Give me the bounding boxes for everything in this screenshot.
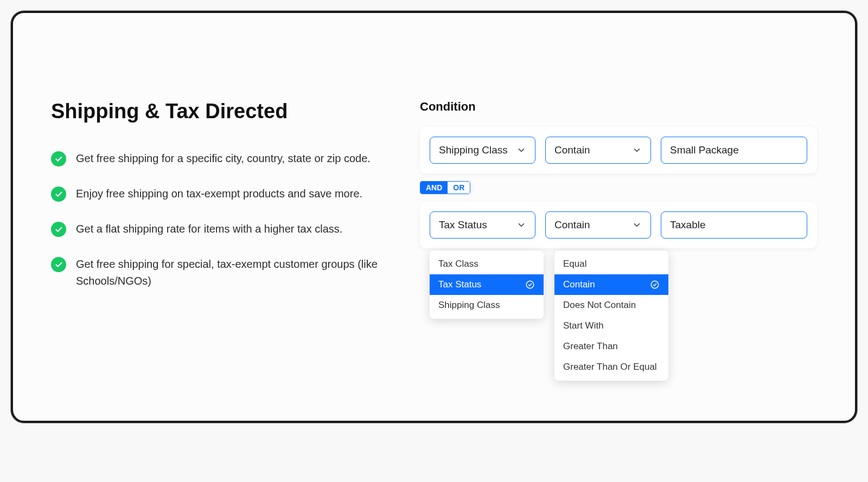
value-input[interactable]: Taxable xyxy=(661,211,807,239)
list-item: Get free shipping for a specific city, c… xyxy=(51,150,387,167)
condition-heading: Condition xyxy=(420,100,817,114)
option-label: Start With xyxy=(563,320,604,331)
logic-toggle[interactable]: AND OR xyxy=(420,181,470,194)
check-icon xyxy=(51,222,66,237)
logic-or[interactable]: OR xyxy=(448,182,470,194)
chevron-down-icon xyxy=(516,145,526,155)
dropdown-option-shipping-class[interactable]: Shipping Class xyxy=(430,295,544,316)
option-label: Equal xyxy=(563,259,586,269)
list-item: Enjoy free shipping on tax-exempt produc… xyxy=(51,185,387,202)
feature-text: Get free shipping for special, tax-exemp… xyxy=(76,256,387,290)
dropdown-option-tax-status[interactable]: Tax Status xyxy=(430,274,544,295)
feature-list: Get free shipping for a specific city, c… xyxy=(51,150,387,290)
value-input-text: Taxable xyxy=(670,219,706,231)
condition-row-2: Tax Status Contain Taxable xyxy=(420,202,817,248)
operator-select-value: Contain xyxy=(554,219,590,231)
field-select[interactable]: Shipping Class xyxy=(430,137,535,164)
option-label: Tax Status xyxy=(438,279,481,290)
option-label: Greater Than xyxy=(563,341,618,352)
dropdown-option-equal[interactable]: Equal xyxy=(554,254,668,274)
field-select-value: Tax Status xyxy=(439,219,487,231)
field-select[interactable]: Tax Status xyxy=(430,211,535,239)
logic-and[interactable]: AND xyxy=(420,182,448,194)
field-select-value: Shipping Class xyxy=(439,144,508,156)
dropdown-option-greater-than[interactable]: Greater Than xyxy=(554,336,668,357)
svg-point-0 xyxy=(526,281,534,288)
dropdown-option-tax-class[interactable]: Tax Class xyxy=(430,254,544,274)
chevron-down-icon xyxy=(632,220,642,230)
check-icon xyxy=(51,151,66,166)
dropdown-option-contain[interactable]: Contain xyxy=(554,274,668,295)
value-input[interactable]: Small Package xyxy=(661,137,807,164)
chevron-down-icon xyxy=(516,220,526,230)
page-title: Shipping & Tax Directed xyxy=(51,100,387,123)
svg-point-1 xyxy=(651,281,659,288)
dropdown-option-start-with[interactable]: Start With xyxy=(554,316,668,336)
option-label: Does Not Contain xyxy=(563,300,636,311)
right-column: Condition Shipping Class Contain Small P… xyxy=(420,100,817,248)
feature-text: Get free shipping for a specific city, c… xyxy=(76,150,371,167)
feature-text: Enjoy free shipping on tax-exempt produc… xyxy=(76,185,362,202)
chevron-down-icon xyxy=(632,145,642,155)
condition-row-1: Shipping Class Contain Small Package xyxy=(420,127,817,173)
dropdown-option-greater-than-or-equal[interactable]: Greater Than Or Equal xyxy=(554,357,668,377)
check-circle-icon xyxy=(525,280,535,290)
list-item: Get free shipping for special, tax-exemp… xyxy=(51,256,387,290)
operator-select[interactable]: Contain xyxy=(545,211,651,239)
operator-select-value: Contain xyxy=(554,144,590,156)
operator-dropdown: Equal Contain Does Not Contain Start Wit… xyxy=(554,250,668,381)
option-label: Shipping Class xyxy=(438,300,500,311)
app-frame: Shipping & Tax Directed Get free shippin… xyxy=(11,11,857,423)
content-row: Shipping & Tax Directed Get free shippin… xyxy=(51,100,817,290)
dropdown-option-does-not-contain[interactable]: Does Not Contain xyxy=(554,295,668,316)
option-label: Greater Than Or Equal xyxy=(563,362,657,372)
option-label: Contain xyxy=(563,279,595,290)
check-icon xyxy=(51,187,66,202)
check-circle-icon xyxy=(650,280,660,290)
check-icon xyxy=(51,257,66,272)
operator-select[interactable]: Contain xyxy=(545,137,651,164)
value-input-text: Small Package xyxy=(670,144,739,156)
field-dropdown: Tax Class Tax Status Shipping Class xyxy=(430,250,544,319)
option-label: Tax Class xyxy=(438,259,478,269)
list-item: Get a flat shipping rate for items with … xyxy=(51,221,387,237)
feature-text: Get a flat shipping rate for items with … xyxy=(76,221,342,237)
condition-row-2-wrapper: Tax Status Contain Taxable Tax Class xyxy=(420,202,817,248)
left-column: Shipping & Tax Directed Get free shippin… xyxy=(51,100,387,290)
